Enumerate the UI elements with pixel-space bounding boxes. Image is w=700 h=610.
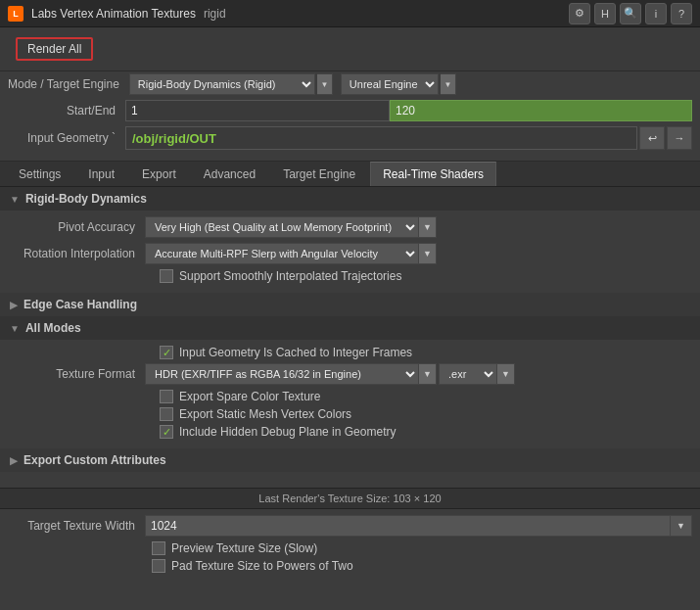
app-icon: L <box>8 6 23 22</box>
pad-texture-row: Pad Texture Size to Powers of Two <box>0 559 700 573</box>
texture-ext-arrow[interactable]: ▼ <box>497 363 515 385</box>
title-bar: L Labs Vertex Animation Textures rigid ⚙… <box>0 0 700 27</box>
help-icon[interactable]: ? <box>671 3 692 24</box>
geo-path-input[interactable] <box>125 126 637 150</box>
rigid-body-content: Pivot Accuracy Very High (Best Quality a… <box>0 211 700 293</box>
start-end-row: Start/End <box>8 100 692 121</box>
target-texture-input[interactable] <box>145 515 671 537</box>
target-texture-label: Target Texture Width <box>8 519 145 533</box>
texture-format-arrow[interactable]: ▼ <box>419 363 437 385</box>
rigid-body-section-header[interactable]: Rigid-Body Dynamics <box>0 187 700 211</box>
preview-texture-label: Preview Texture Size (Slow) <box>171 541 317 555</box>
status-text: Last Render's Texture Size: 103 × 120 <box>258 493 441 504</box>
export-spare-row: Export Spare Color Texture <box>8 390 692 403</box>
mode-label: Mode / Target Engine <box>8 77 129 91</box>
all-modes-title: All Modes <box>25 321 81 335</box>
info-icon[interactable]: i <box>645 3 667 24</box>
start-input[interactable] <box>125 100 390 121</box>
mode-select[interactable]: Rigid-Body Dynamics (Rigid) <box>129 73 315 95</box>
rigid-body-title: Rigid-Body Dynamics <box>25 192 147 206</box>
tab-real-time-shaders[interactable]: Real-Time Shaders <box>370 162 496 186</box>
input-geo-cached-checkbox[interactable] <box>160 346 173 359</box>
gear-icon[interactable]: ⚙ <box>569 3 590 24</box>
geo-arrow-icon[interactable]: → <box>667 126 692 150</box>
preview-texture-checkbox[interactable] <box>152 541 165 555</box>
edge-case-title: Edge Case Handling <box>23 298 137 311</box>
texture-format-row: Texture Format HDR (EXR/TIFF as RGBA 16/… <box>8 363 692 385</box>
texture-ext-select[interactable]: .exr <box>439 363 497 385</box>
pivot-accuracy-arrow[interactable]: ▼ <box>419 216 437 238</box>
tab-input[interactable]: Input <box>75 162 127 186</box>
export-custom-arrow <box>10 455 18 466</box>
end-input[interactable] <box>390 100 692 121</box>
geo-browse-icon[interactable]: ↩ <box>639 126 665 150</box>
render-all-button[interactable]: Render All <box>16 37 93 61</box>
target-texture-row: Target Texture Width ▼ <box>0 515 700 537</box>
pivot-accuracy-label: Pivot Accuracy <box>8 220 145 234</box>
all-modes-section-header[interactable]: All Modes <box>0 316 700 340</box>
export-spare-checkbox[interactable] <box>160 390 173 403</box>
export-custom-title: Export Custom Attributes <box>23 453 166 467</box>
target-texture-dropdown[interactable]: ▼ <box>671 515 692 537</box>
pivot-accuracy-select-wrap: Very High (Best Quality at Low Memory Fo… <box>145 216 437 238</box>
form-area: Mode / Target Engine Rigid-Body Dynamics… <box>0 71 700 162</box>
rigid-body-arrow <box>10 194 20 205</box>
pad-texture-label: Pad Texture Size to Powers of Two <box>171 559 353 573</box>
smoothly-interp-label: Support Smoothly Interpolated Trajectori… <box>179 269 401 283</box>
input-geometry-row: Input Geometry ` ↩ → <box>8 126 692 150</box>
export-static-mesh-row: Export Static Mesh Vertex Colors <box>8 407 692 421</box>
input-geo-cached-row: Input Geometry Is Cached to Integer Fram… <box>8 346 692 359</box>
mode-arrow[interactable]: ▼ <box>317 73 333 95</box>
edge-case-arrow <box>10 300 18 310</box>
texture-format-select-wrap: HDR (EXR/TIFF as RGBA 16/32 in Engine) ▼… <box>145 363 515 385</box>
rotation-interp-select-wrap: Accurate Multi-RPF Slerp with Angular Ve… <box>145 243 437 264</box>
start-end-label: Start/End <box>8 104 125 117</box>
pivot-accuracy-row: Pivot Accuracy Very High (Best Quality a… <box>8 216 692 238</box>
mode-row: Mode / Target Engine Rigid-Body Dynamics… <box>8 73 692 95</box>
input-geo-cached-label: Input Geometry Is Cached to Integer Fram… <box>179 346 412 359</box>
texture-format-select[interactable]: HDR (EXR/TIFF as RGBA 16/32 in Engine) <box>145 363 419 385</box>
all-modes-arrow <box>10 323 20 334</box>
tab-export[interactable]: Export <box>129 162 189 186</box>
tab-target-engine[interactable]: Target Engine <box>270 162 368 186</box>
include-hidden-label: Include Hidden Debug Plane in Geometry <box>179 425 396 439</box>
doc-name: rigid <box>204 7 226 21</box>
include-hidden-row: Include Hidden Debug Plane in Geometry <box>8 425 692 439</box>
rotation-interp-row: Rotation Interpolation Accurate Multi-RP… <box>8 243 692 264</box>
export-spare-label: Export Spare Color Texture <box>179 390 321 403</box>
include-hidden-checkbox[interactable] <box>160 425 173 439</box>
engine-select[interactable]: Unreal Engine <box>341 73 439 95</box>
content-area: Rigid-Body Dynamics Pivot Accuracy Very … <box>0 187 700 610</box>
tab-settings[interactable]: Settings <box>6 162 73 186</box>
edge-case-section-header[interactable]: Edge Case Handling <box>0 293 700 316</box>
mode-controls: Rigid-Body Dynamics (Rigid) ▼ Unreal Eng… <box>129 73 456 95</box>
input-geometry-label: Input Geometry ` <box>8 131 125 145</box>
all-modes-content: Input Geometry Is Cached to Integer Fram… <box>0 340 700 448</box>
smoothly-interp-checkbox[interactable] <box>160 269 173 283</box>
search-icon[interactable]: 🔍 <box>620 3 641 24</box>
engine-arrow[interactable]: ▼ <box>441 73 456 95</box>
status-bar: Last Render's Texture Size: 103 × 120 <box>0 488 700 509</box>
smoothly-interp-row: Support Smoothly Interpolated Trajectori… <box>8 269 692 283</box>
title-actions: ⚙ H 🔍 i ? <box>569 3 692 24</box>
export-custom-section-header[interactable]: Export Custom Attributes <box>0 448 700 472</box>
texture-format-label: Texture Format <box>8 367 145 381</box>
app-name: Labs Vertex Animation Textures <box>31 7 196 21</box>
preview-texture-row: Preview Texture Size (Slow) <box>0 541 700 555</box>
rotation-interp-select[interactable]: Accurate Multi-RPF Slerp with Angular Ve… <box>145 243 419 264</box>
export-static-mesh-checkbox[interactable] <box>160 407 173 421</box>
pivot-accuracy-select[interactable]: Very High (Best Quality at Low Memory Fo… <box>145 216 419 238</box>
rotation-interp-label: Rotation Interpolation <box>8 247 145 260</box>
rotation-interp-arrow[interactable]: ▼ <box>419 243 437 264</box>
export-static-mesh-label: Export Static Mesh Vertex Colors <box>179 407 351 421</box>
tabs: Settings Input Export Advanced Target En… <box>0 162 700 187</box>
bookmark-icon[interactable]: H <box>594 3 616 24</box>
pad-texture-checkbox[interactable] <box>152 559 165 573</box>
tab-advanced[interactable]: Advanced <box>191 162 268 186</box>
